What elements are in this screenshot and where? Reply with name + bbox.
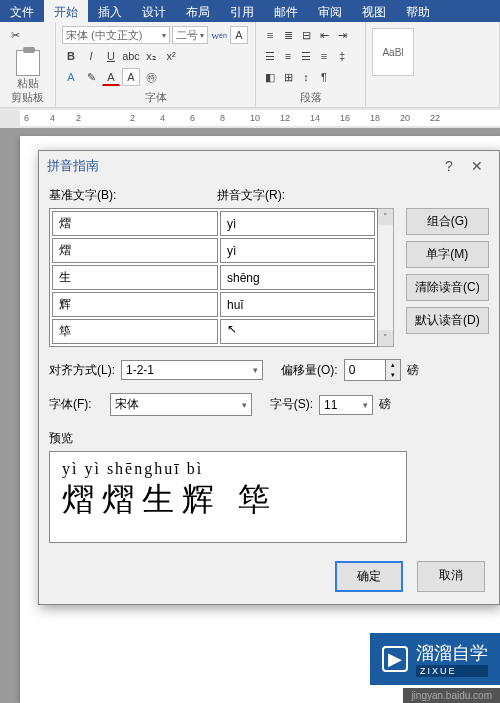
watermark-brand: 溜溜自学	[416, 641, 488, 665]
align-combo[interactable]: 1-2-1▾	[121, 360, 263, 380]
table-row: 生 shēng	[52, 265, 375, 290]
base-cell[interactable]: 辉	[52, 292, 218, 317]
chevron-down-icon: ▾	[200, 31, 204, 40]
align-center-icon[interactable]: ≡	[280, 47, 296, 65]
ruby-cell[interactable]: huī	[220, 292, 375, 317]
char-border-icon[interactable]: A	[230, 26, 248, 44]
tab-file[interactable]: 文件	[0, 0, 44, 22]
strike-icon[interactable]: abc	[122, 47, 140, 65]
ruby-cell[interactable]: shēng	[220, 265, 375, 290]
clear-reading-button[interactable]: 清除读音(C)	[406, 274, 489, 301]
size-combo[interactable]: 11▾	[319, 395, 373, 415]
char-shading-icon[interactable]: A	[122, 68, 140, 86]
chevron-down-icon: ▾	[363, 400, 368, 410]
clipboard-icon	[16, 50, 40, 76]
multilevel-icon[interactable]: ⊟	[298, 26, 314, 44]
grow-font-icon[interactable]: wén	[210, 26, 228, 44]
close-button[interactable]: ✕	[463, 158, 491, 174]
table-row: 熠 yì	[52, 211, 375, 236]
sort-icon[interactable]: ↕	[298, 68, 314, 86]
chevron-down-icon: ▾	[253, 365, 258, 375]
tab-layout[interactable]: 布局	[176, 0, 220, 22]
help-button[interactable]: ?	[435, 158, 463, 174]
default-reading-button[interactable]: 默认读音(D)	[406, 307, 489, 334]
shading-icon[interactable]: ◧	[262, 68, 278, 86]
indent-left-icon[interactable]: ⇤	[316, 26, 332, 44]
tab-references[interactable]: 引用	[220, 0, 264, 22]
text-effect-icon[interactable]: A	[62, 68, 80, 86]
align-left-icon[interactable]: ☰	[262, 47, 278, 65]
underline-icon[interactable]: U	[102, 47, 120, 65]
preview-hanzi: 熠熠生辉 筚	[62, 478, 394, 522]
spin-down-icon[interactable]: ▾	[386, 370, 400, 380]
source-bar: jingyan.baidu.com	[403, 688, 500, 703]
table-scrollbar[interactable]: ˄ ˅	[378, 208, 394, 347]
style-normal[interactable]: AaBl	[372, 28, 414, 76]
offset-spinner[interactable]: ▴▾	[344, 359, 401, 381]
scroll-down-icon[interactable]: ˅	[378, 330, 393, 346]
tab-help[interactable]: 帮助	[396, 0, 440, 22]
phonetic-guide-dialog: 拼音指南 ? ✕ 基准文字(B): 拼音文字(R): 熠 yì 熠 yì 生 s…	[38, 150, 500, 605]
base-cell[interactable]: 熠	[52, 238, 218, 263]
tab-home[interactable]: 开始	[44, 0, 88, 22]
font-group: 宋体 (中文正文)▾ 二号▾ wén A B I U abc x₂ x² A ✎…	[56, 22, 256, 107]
ruby-cell[interactable]: ↖	[220, 319, 375, 344]
borders-icon[interactable]: ⊞	[280, 68, 296, 86]
bullets-icon[interactable]: ≡	[262, 26, 278, 44]
phonetic-table: 熠 yì 熠 yì 生 shēng 辉 huī 筚 ↖	[49, 208, 378, 347]
horizontal-ruler[interactable]: 6 4 2 2 4 6 8 10 12 14 16 18 20 22	[20, 110, 500, 126]
font-group-label: 字体	[56, 90, 255, 105]
base-cell[interactable]: 熠	[52, 211, 218, 236]
preview-label: 预览	[49, 430, 489, 447]
tab-insert[interactable]: 插入	[88, 0, 132, 22]
paste-button[interactable]: 粘贴	[6, 50, 49, 91]
font-combo[interactable]: 宋体▾	[110, 393, 252, 416]
tab-view[interactable]: 视图	[352, 0, 396, 22]
paragraph-group: ≡ ≣ ⊟ ⇤ ⇥ ☰ ≡ ☰ ≡ ‡ ◧ ⊞ ↕ ¶ 段落	[256, 22, 366, 107]
numbering-icon[interactable]: ≣	[280, 26, 296, 44]
enclose-icon[interactable]: ㊕	[142, 68, 160, 86]
align-right-icon[interactable]: ☰	[298, 47, 314, 65]
preview-box: yì yì shēnghuī bì 熠熠生辉 筚	[49, 451, 407, 543]
subscript-icon[interactable]: x₂	[142, 47, 160, 65]
font-size-combo[interactable]: 二号▾	[172, 26, 208, 44]
font-size-value: 二号	[176, 28, 198, 43]
base-cell[interactable]: 生	[52, 265, 218, 290]
show-marks-icon[interactable]: ¶	[316, 68, 332, 86]
dialog-titlebar[interactable]: 拼音指南 ? ✕	[39, 151, 499, 181]
base-cell[interactable]: 筚	[52, 319, 218, 344]
offset-input[interactable]	[344, 359, 386, 381]
ruby-cell[interactable]: yì	[220, 238, 375, 263]
tab-design[interactable]: 设计	[132, 0, 176, 22]
cancel-button[interactable]: 取消	[417, 561, 485, 592]
table-row: 辉 huī	[52, 292, 375, 317]
scroll-up-icon[interactable]: ˄	[378, 209, 393, 225]
tab-review[interactable]: 审阅	[308, 0, 352, 22]
ribbon: ✂ 粘贴 剪贴板 宋体 (中文正文)▾ 二号▾ wén A B I U abc …	[0, 22, 500, 108]
offset-unit: 磅	[407, 362, 419, 379]
italic-icon[interactable]: I	[82, 47, 100, 65]
spin-up-icon[interactable]: ▴	[386, 360, 400, 370]
tab-mail[interactable]: 邮件	[264, 0, 308, 22]
cut-icon[interactable]: ✂	[6, 26, 24, 44]
indent-right-icon[interactable]: ⇥	[334, 26, 350, 44]
combine-button[interactable]: 组合(G)	[406, 208, 489, 235]
font-name-value: 宋体 (中文正文)	[66, 28, 142, 43]
line-spacing-icon[interactable]: ‡	[334, 47, 350, 65]
ruby-cell[interactable]: yì	[220, 211, 375, 236]
cursor-icon: ↖	[227, 322, 237, 336]
font-color-icon[interactable]: A	[102, 68, 120, 86]
clipboard-group: ✂ 粘贴 剪贴板	[0, 22, 56, 107]
single-button[interactable]: 单字(M)	[406, 241, 489, 268]
justify-icon[interactable]: ≡	[316, 47, 332, 65]
align-value: 1-2-1	[126, 363, 154, 377]
ok-button[interactable]: 确定	[335, 561, 403, 592]
font-name-combo[interactable]: 宋体 (中文正文)▾	[62, 26, 170, 44]
chevron-down-icon: ▾	[242, 400, 247, 410]
align-label: 对齐方式(L):	[49, 362, 115, 379]
size-unit: 磅	[379, 396, 391, 413]
clipboard-label: 剪贴板	[0, 90, 55, 105]
bold-icon[interactable]: B	[62, 47, 80, 65]
superscript-icon[interactable]: x²	[162, 47, 180, 65]
highlight-icon[interactable]: ✎	[82, 68, 100, 86]
